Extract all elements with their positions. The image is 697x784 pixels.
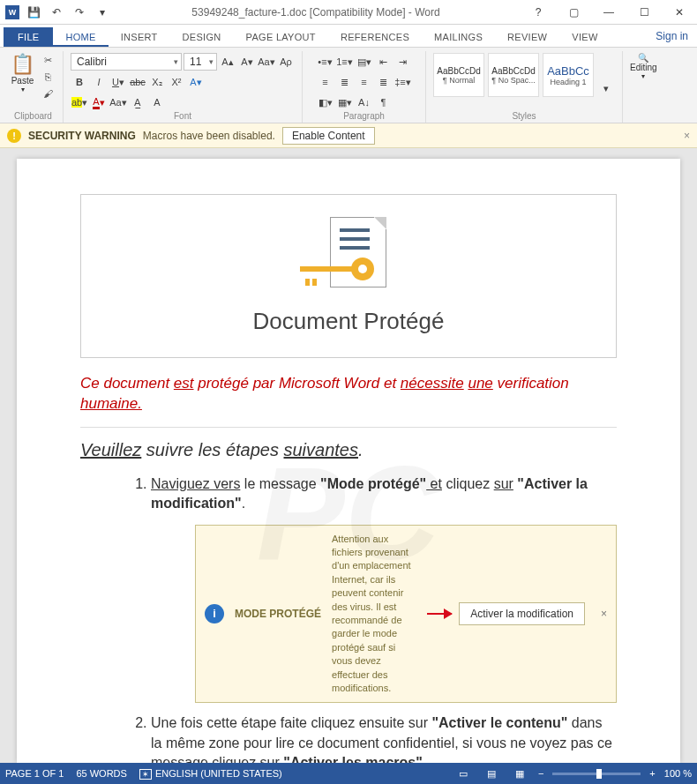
protected-doc-icon: [300, 217, 397, 301]
enable-content-button[interactable]: Enable Content: [282, 127, 375, 145]
step-2: Une fois cette étape faite cliquez ensui…: [151, 713, 617, 763]
style-sample: AaBbCc: [547, 64, 589, 78]
protected-banner: Document Protégé: [80, 194, 617, 358]
zoom-out-icon[interactable]: −: [538, 768, 543, 779]
decrease-indent-icon[interactable]: ⇤: [375, 53, 393, 71]
style-normal[interactable]: AaBbCcDd ¶ Normal: [433, 53, 484, 97]
document-area[interactable]: PC Document Protégé Ce document est prot…: [0, 148, 697, 763]
style-name: Heading 1: [550, 78, 586, 86]
font-color-button[interactable]: A▾: [90, 93, 108, 111]
page: PC Document Protégé Ce document est prot…: [17, 159, 680, 763]
group-editing: 🔍 Editing ▾: [623, 51, 664, 123]
qat-customize-icon[interactable]: ▾: [94, 4, 111, 21]
cut-icon[interactable]: ✂: [40, 53, 56, 67]
line-spacing-icon[interactable]: ‡≡▾: [394, 73, 412, 91]
align-center-icon[interactable]: ≣: [336, 73, 354, 91]
strike-button[interactable]: abc: [129, 73, 146, 91]
multilevel-icon[interactable]: ▤▾: [356, 53, 373, 71]
tab-references[interactable]: REFERENCES: [328, 27, 422, 47]
tab-home[interactable]: HOME: [53, 27, 108, 47]
enclose-chars-icon[interactable]: A̲: [129, 93, 146, 111]
numbering-icon[interactable]: 1≡▾: [336, 53, 354, 71]
step-1: Naviguez vers le message "Mode protégé" …: [151, 474, 617, 703]
view-web-icon[interactable]: ▦: [510, 765, 529, 781]
group-clipboard-label: Clipboard: [14, 111, 52, 121]
qat-undo-icon[interactable]: ↶: [48, 4, 65, 21]
tab-view[interactable]: VIEW: [559, 27, 610, 47]
subscript-button[interactable]: X₂: [148, 73, 166, 91]
style-name: ¶ No Spac...: [491, 76, 535, 85]
paste-button[interactable]: 📋 Paste ▾: [11, 53, 34, 101]
zoom-in-icon[interactable]: +: [649, 768, 655, 779]
intro-text: Ce document est protégé par Microsoft Wo…: [80, 374, 617, 414]
copy-icon[interactable]: ⎘: [40, 70, 56, 84]
text-effects-icon[interactable]: A▾: [187, 73, 205, 91]
char-shading-icon[interactable]: Aa▾: [109, 93, 127, 111]
warning-icon: !: [7, 129, 21, 143]
chevron-down-icon: ▾: [21, 86, 25, 93]
tab-page-layout[interactable]: PAGE LAYOUT: [234, 27, 328, 47]
align-right-icon[interactable]: ≡: [356, 73, 373, 91]
underline-button[interactable]: U▾: [109, 73, 127, 91]
view-read-icon[interactable]: ▭: [453, 765, 473, 781]
char-border-icon[interactable]: A: [148, 93, 166, 111]
qat-save-icon[interactable]: 💾: [25, 4, 42, 21]
styles-more-icon[interactable]: ▾: [597, 79, 615, 97]
justify-icon[interactable]: ≣: [375, 73, 393, 91]
status-page[interactable]: PAGE 1 OF 1: [5, 768, 64, 779]
align-left-icon[interactable]: ≡: [317, 73, 334, 91]
status-lang[interactable]: ✶ENGLISH (UNITED STATES): [139, 768, 282, 779]
style-nospacing[interactable]: AaBbCcDd ¶ No Spac...: [488, 53, 539, 97]
info-icon: i: [205, 604, 224, 623]
clear-format-icon[interactable]: Aρ: [277, 53, 295, 71]
word-icon: W: [5, 5, 19, 19]
increase-indent-icon[interactable]: ⇥: [394, 53, 412, 71]
bold-button[interactable]: B: [71, 73, 88, 91]
grow-font-icon[interactable]: A▴: [219, 53, 236, 71]
font-name-select[interactable]: Calibri: [71, 53, 182, 71]
status-words[interactable]: 65 WORDS: [76, 768, 126, 779]
shrink-font-icon[interactable]: A▾: [238, 53, 256, 71]
format-painter-icon[interactable]: 🖌: [40, 86, 56, 101]
sort-icon[interactable]: A↓: [356, 93, 373, 111]
signin-link[interactable]: Sign in: [647, 26, 697, 47]
maximize-icon[interactable]: ☐: [626, 0, 662, 25]
group-styles-label: Styles: [512, 111, 536, 121]
tab-design[interactable]: DESIGN: [170, 27, 234, 47]
borders-icon[interactable]: ▦▾: [336, 93, 354, 111]
font-size-select[interactable]: 11: [184, 53, 217, 71]
bullets-icon[interactable]: •≡▾: [317, 53, 334, 71]
style-heading1[interactable]: AaBbCc Heading 1: [543, 53, 594, 97]
paste-icon: 📋: [11, 53, 34, 76]
steps-title: Veuillez suivre les étapes suivantes.: [80, 440, 617, 460]
tab-mailings[interactable]: MAILINGS: [422, 27, 495, 47]
style-name: ¶ Normal: [443, 76, 475, 85]
mode-protege-bar: i MODE PROTÉGÉ Attention aux fichiers pr…: [195, 525, 617, 704]
banner-title: Document Protégé: [253, 308, 445, 335]
tab-file[interactable]: FILE: [4, 27, 53, 47]
view-print-icon[interactable]: ▤: [482, 765, 501, 781]
show-marks-icon[interactable]: ¶: [375, 93, 393, 111]
editing-icon: 🔍: [638, 53, 648, 63]
style-sample: AaBbCcDd: [491, 66, 535, 76]
change-case-icon[interactable]: Aa▾: [258, 53, 275, 71]
editing-menu[interactable]: 🔍 Editing ▾: [630, 53, 657, 80]
close-icon[interactable]: ✕: [662, 0, 697, 25]
minimize-icon[interactable]: —: [591, 0, 626, 25]
divider: [80, 427, 617, 428]
tab-insert[interactable]: INSERT: [109, 27, 170, 47]
zoom-slider[interactable]: [552, 773, 641, 775]
tab-review[interactable]: REVIEW: [495, 27, 559, 47]
zoom-level[interactable]: 100 %: [664, 768, 692, 779]
ribbon-display-icon[interactable]: ▢: [556, 0, 591, 25]
superscript-button[interactable]: X²: [168, 73, 185, 91]
qat-redo-icon[interactable]: ↷: [71, 4, 88, 21]
group-clipboard: 📋 Paste ▾ ✂ ⎘ 🖌 Clipboard: [4, 51, 64, 123]
paste-label: Paste: [11, 76, 34, 86]
security-close-icon[interactable]: ×: [684, 130, 690, 142]
shading-icon[interactable]: ◧▾: [317, 93, 334, 111]
italic-button[interactable]: I: [90, 73, 108, 91]
chevron-down-icon: ▾: [641, 72, 645, 80]
highlight-button[interactable]: ab▾: [71, 93, 88, 111]
help-icon[interactable]: ?: [521, 0, 556, 25]
